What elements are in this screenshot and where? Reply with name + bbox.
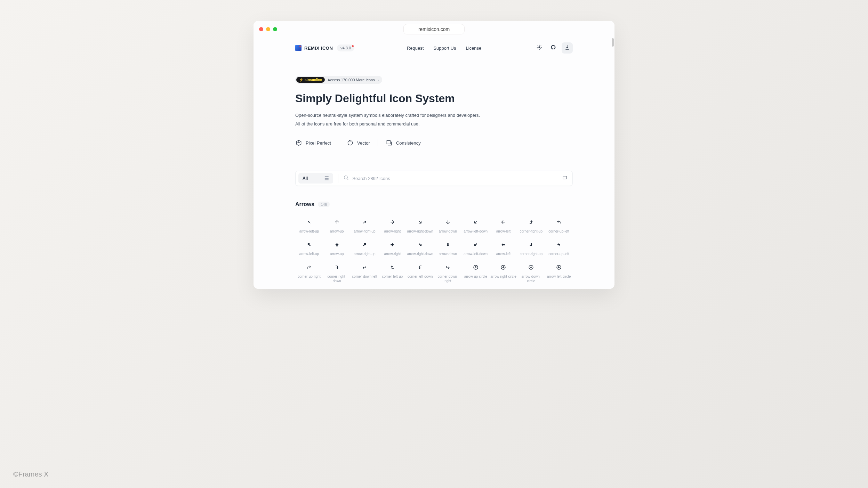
icon-arrow-right-fill[interactable]: arrow-right bbox=[378, 240, 406, 258]
icon-arrow-right[interactable]: arrow-right bbox=[378, 217, 406, 235]
icon-label: arrow-right-up bbox=[354, 229, 375, 234]
corner-right-up-fill-icon bbox=[528, 241, 535, 248]
corner-left-up-icon bbox=[389, 264, 396, 271]
icon-label: arrow-right-up bbox=[354, 252, 375, 256]
category-arrows: Arrows 146 arrow-left-up arrow-up arrow-… bbox=[254, 186, 614, 285]
icon-label: arrow-left-up bbox=[299, 252, 319, 256]
icon-arrow-down-fill[interactable]: arrow-down bbox=[434, 240, 462, 258]
arrow-left-down-fill-icon bbox=[472, 241, 479, 248]
icon-arrow-left-circle[interactable]: arrow-left-circle bbox=[545, 262, 573, 285]
filter-dropdown[interactable]: All ☰ bbox=[298, 173, 333, 184]
icon-corner-right-down[interactable]: corner-right-down bbox=[323, 262, 351, 285]
cube-icon bbox=[295, 139, 302, 146]
filter-label: All bbox=[303, 176, 308, 181]
icon-corner-up-right[interactable]: corner-up-right bbox=[295, 262, 323, 285]
hero-description: Open-source neutral-style system symbols… bbox=[295, 111, 573, 128]
icon-arrow-left-fill[interactable]: arrow-left bbox=[490, 240, 517, 258]
icon-label: arrow-right-down bbox=[407, 252, 433, 256]
theme-toggle-button[interactable] bbox=[534, 42, 545, 54]
scrollbar-thumb[interactable] bbox=[612, 38, 614, 47]
window-close-icon[interactable] bbox=[259, 27, 263, 31]
icon-arrow-right-circle[interactable]: arrow-right-circle bbox=[490, 262, 517, 285]
icon-arrow-right-down-fill[interactable]: arrow-right-down bbox=[406, 240, 434, 258]
icon-arrow-down-circle[interactable]: arrow-down-circle bbox=[517, 262, 545, 285]
icon-label: arrow-left-circle bbox=[547, 274, 571, 283]
site-header: REMIX ICON v4.3.0 Request Support Us Lic… bbox=[254, 38, 614, 58]
page-title: Simply Delightful Icon System bbox=[295, 92, 573, 105]
corner-up-left-fill-icon bbox=[555, 241, 562, 248]
arrow-right-up-fill-icon bbox=[361, 241, 368, 248]
browser-window: remixicon.com REMIX ICON v4.3.0 Request … bbox=[254, 21, 614, 289]
icon-arrow-right-up[interactable]: arrow-right-up bbox=[351, 217, 379, 235]
main-nav: Request Support Us License bbox=[407, 46, 481, 51]
icon-label: corner-left-down bbox=[408, 274, 433, 283]
icon-arrow-left-up-fill[interactable]: arrow-left-up bbox=[295, 240, 323, 258]
icon-arrow-right-down[interactable]: arrow-right-down bbox=[406, 217, 434, 235]
icon-corner-right-up-fill[interactable]: corner-right-up bbox=[517, 240, 545, 258]
icon-label: arrow-down-circle bbox=[517, 274, 545, 283]
feature-label: Consistency bbox=[396, 140, 421, 146]
bolt-icon: ⚡ bbox=[299, 78, 303, 82]
icon-corner-down-left[interactable]: corner-down-left bbox=[351, 262, 379, 285]
search-input[interactable] bbox=[352, 176, 557, 181]
brand-name: REMIX ICON bbox=[304, 46, 333, 51]
nav-license[interactable]: License bbox=[466, 46, 481, 51]
window-minimize-icon[interactable] bbox=[266, 27, 270, 31]
svg-point-0 bbox=[538, 46, 540, 48]
icon-corner-up-left[interactable]: corner-up-left bbox=[545, 217, 573, 235]
feature-consistency: Consistency bbox=[386, 139, 421, 146]
arrow-up-icon bbox=[333, 219, 340, 226]
traffic-lights bbox=[259, 27, 277, 31]
icon-label: arrow-up bbox=[330, 229, 344, 234]
github-button[interactable] bbox=[548, 42, 559, 54]
version-badge[interactable]: v4.3.0 bbox=[337, 44, 354, 51]
icon-arrow-up-fill[interactable]: arrow-up bbox=[323, 240, 351, 258]
divider bbox=[339, 139, 339, 146]
icon-label: corner-right-down bbox=[323, 274, 351, 283]
icon-label: arrow-up-circle bbox=[464, 274, 487, 283]
icon-arrow-up[interactable]: arrow-up bbox=[323, 217, 351, 235]
collapse-all-button[interactable] bbox=[562, 175, 568, 182]
arrow-left-down-icon bbox=[472, 219, 479, 226]
chevron-right-icon: › bbox=[378, 78, 379, 82]
icon-corner-left-down[interactable]: corner-left-down bbox=[406, 262, 434, 285]
download-button[interactable] bbox=[562, 42, 573, 54]
icon-arrow-right-up-fill[interactable]: arrow-right-up bbox=[351, 240, 379, 258]
icon-label: arrow-right bbox=[384, 229, 401, 234]
window-zoom-icon[interactable] bbox=[273, 27, 277, 31]
icon-corner-up-left-fill[interactable]: corner-up-left bbox=[545, 240, 573, 258]
icon-arrow-left[interactable]: arrow-left bbox=[490, 217, 517, 235]
icon-arrow-left-down[interactable]: arrow-left-down bbox=[462, 217, 490, 235]
corner-up-left-icon bbox=[555, 219, 562, 226]
promo-chip[interactable]: ⚡ streamline Access 170,000 More Icons › bbox=[295, 76, 382, 84]
icon-corner-right-up[interactable]: corner-right-up bbox=[517, 217, 545, 235]
nav-support[interactable]: Support Us bbox=[433, 46, 456, 51]
icon-arrow-up-circle[interactable]: arrow-up-circle bbox=[462, 262, 490, 285]
icon-arrow-left-down-fill[interactable]: arrow-left-down bbox=[462, 240, 490, 258]
sun-icon bbox=[537, 44, 542, 51]
arrow-down-circle-icon bbox=[528, 264, 535, 271]
icon-arrow-down[interactable]: arrow-down bbox=[434, 217, 462, 235]
corner-up-right-icon bbox=[306, 264, 313, 271]
svg-rect-2 bbox=[349, 140, 351, 141]
logo[interactable]: REMIX ICON bbox=[295, 45, 333, 51]
icon-label: arrow-left bbox=[496, 252, 511, 256]
arrow-right-down-fill-icon bbox=[417, 241, 424, 248]
promo-text: Access 170,000 More Icons bbox=[328, 78, 375, 82]
arrow-left-up-icon bbox=[306, 219, 313, 226]
download-icon bbox=[564, 44, 570, 51]
url-bar[interactable]: remixicon.com bbox=[403, 24, 465, 34]
github-icon bbox=[550, 44, 556, 51]
icon-arrow-left-up[interactable]: arrow-left-up bbox=[295, 217, 323, 235]
svg-rect-5 bbox=[563, 176, 567, 179]
icon-label: arrow-up bbox=[330, 252, 344, 256]
corner-right-down-icon bbox=[333, 264, 340, 271]
icon-label: arrow-left-up bbox=[299, 229, 319, 234]
hero-section: ⚡ streamline Access 170,000 More Icons ›… bbox=[254, 58, 614, 157]
nav-request[interactable]: Request bbox=[407, 46, 424, 51]
divider bbox=[378, 139, 378, 146]
feature-label: Pixel Perfect bbox=[306, 140, 331, 146]
icon-corner-down-right[interactable]: corner-down-right bbox=[434, 262, 462, 285]
icon-label: arrow-right bbox=[384, 252, 401, 256]
icon-corner-left-up[interactable]: corner-left-up bbox=[378, 262, 406, 285]
